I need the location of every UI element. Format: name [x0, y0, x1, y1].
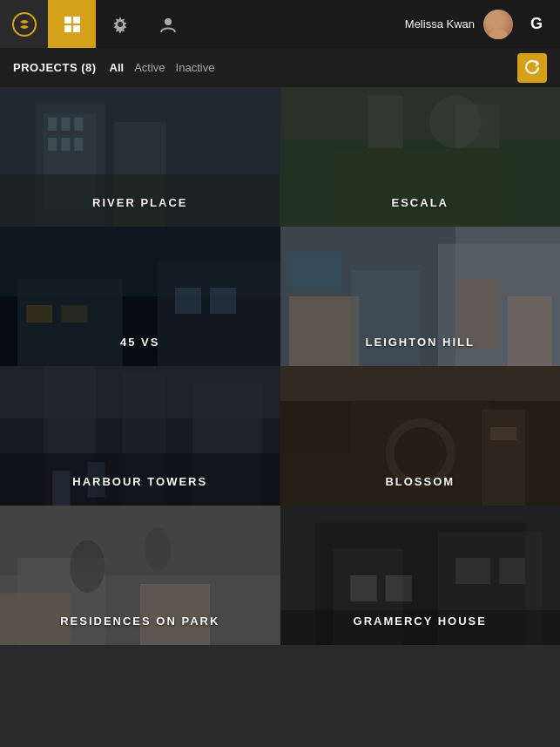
project-title-escala: ESCALA: [280, 196, 561, 209]
project-title-45vs: 45 VS: [0, 336, 280, 349]
project-card-harbour-towers[interactable]: HARBOUR TOWERS: [0, 366, 280, 506]
project-card-residences-on-park[interactable]: RESIDENCES ON PARK: [0, 506, 280, 645]
grid-view-button[interactable]: [48, 0, 96, 48]
filter-tab-inactive[interactable]: Inactive: [176, 59, 215, 76]
project-card-river-place[interactable]: RIVER PLACE: [0, 87, 280, 227]
project-title-leighton-hill: LEIGHTON HILL: [280, 336, 561, 349]
project-title-harbour-towers: HARBOUR TOWERS: [0, 475, 280, 488]
svg-point-7: [165, 18, 172, 25]
project-title-blossom: BLOSSOM: [280, 475, 561, 488]
settings-button[interactable]: [96, 0, 144, 48]
avatar[interactable]: [483, 10, 513, 39]
project-card-45vs[interactable]: 45 VS: [0, 227, 280, 366]
top-navigation: Melissa Kwan G: [0, 0, 560, 48]
svg-rect-4: [73, 25, 80, 32]
filter-tabs: All Active Inactive: [110, 59, 215, 76]
logo-button[interactable]: [0, 0, 48, 48]
project-title-river-place: RIVER PLACE: [0, 196, 280, 209]
user-info: Melissa Kwan G: [405, 10, 560, 39]
filter-tab-active[interactable]: Active: [134, 59, 165, 76]
svg-point-6: [118, 22, 123, 27]
user-profile-button[interactable]: [144, 0, 192, 48]
projects-grid: RIVER PLACE ESCALA: [0, 87, 560, 645]
project-card-blossom[interactable]: BLOSSOM: [280, 366, 561, 506]
filter-tab-all[interactable]: All: [110, 59, 125, 76]
project-title-gramercy-house: GRAMERCY HOUSE: [280, 615, 561, 628]
project-title-residences-on-park: RESIDENCES ON PARK: [0, 615, 280, 628]
svg-point-0: [13, 13, 36, 36]
svg-rect-3: [64, 25, 71, 32]
refresh-button[interactable]: [517, 53, 547, 83]
project-card-leighton-hill[interactable]: LEIGHTON HILL: [280, 227, 561, 366]
username-label: Melissa Kwan: [405, 17, 475, 31]
svg-rect-1: [64, 17, 71, 24]
project-card-escala[interactable]: ESCALA: [280, 87, 561, 227]
projects-title: PROJECTS (8): [13, 61, 97, 74]
svg-rect-2: [73, 17, 80, 24]
filter-bar: PROJECTS (8) All Active Inactive: [0, 48, 560, 87]
project-card-gramercy-house[interactable]: GRAMERCY HOUSE: [280, 506, 561, 645]
g-button[interactable]: G: [522, 10, 551, 39]
